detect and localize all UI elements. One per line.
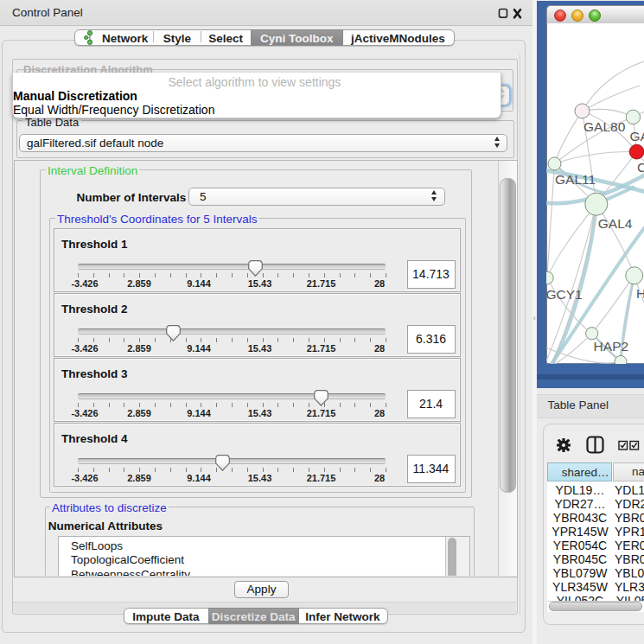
svg-text:GCY1: GCY1 xyxy=(546,287,583,302)
svg-text:HA: HA xyxy=(636,286,644,301)
svg-text:CR: CR xyxy=(637,160,644,175)
svg-text:GAL80: GAL80 xyxy=(583,119,626,134)
svg-text:GAL: GAL xyxy=(630,129,644,143)
svg-text:HAP2: HAP2 xyxy=(594,339,629,354)
svg-text:GAL4: GAL4 xyxy=(598,216,633,231)
svg-text:GAL11: GAL11 xyxy=(555,172,596,187)
